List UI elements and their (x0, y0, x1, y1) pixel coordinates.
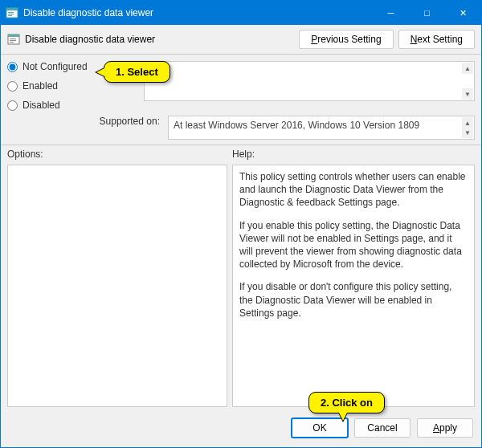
radio-disabled-input[interactable] (7, 100, 18, 111)
panes: This policy setting controls whether use… (1, 163, 481, 412)
comment-column: ▲ ▼ (144, 61, 475, 111)
policy-title: Disable diagnostic data viewer (25, 34, 294, 45)
svg-rect-3 (8, 14, 14, 14)
radio-enabled-input[interactable] (7, 81, 18, 92)
next-setting-button[interactable]: Next Setting (398, 30, 475, 49)
annotation-click-text: 2. Click on (321, 397, 373, 409)
scroll-down-icon[interactable]: ▼ (462, 88, 473, 100)
close-button[interactable]: ✕ (445, 1, 481, 25)
scroll-up-icon[interactable]: ▲ (462, 63, 473, 74)
svg-rect-4 (8, 15, 12, 16)
options-label: Options: (7, 149, 232, 160)
maximize-button[interactable]: □ (409, 1, 445, 25)
comment-textarea[interactable]: ▲ ▼ (144, 61, 475, 101)
radio-not-configured-label: Not Configured (22, 61, 88, 72)
minimize-button[interactable]: ─ (373, 1, 409, 25)
annotation-select-text: 1. Select (116, 66, 158, 78)
svg-rect-8 (10, 40, 16, 41)
previous-setting-button[interactable]: Previous Setting (299, 30, 393, 49)
supported-on-label: Supported on: (7, 116, 160, 127)
radio-not-configured-input[interactable] (7, 62, 18, 72)
gpo-policy-dialog: Disable diagnostic data viewer ─ □ ✕ Dis… (0, 0, 482, 448)
window-title: Disable diagnostic data viewer (23, 7, 373, 18)
help-paragraph: If you enable this policy setting, the D… (239, 219, 468, 271)
cancel-button[interactable]: Cancel (354, 418, 411, 438)
annotation-tail-icon (95, 67, 104, 77)
dialog-button-row: OK Cancel Apply (1, 412, 481, 447)
scroll-down-icon[interactable]: ▼ (462, 127, 473, 138)
config-row: Not Configured Enabled Disabled ▲ ▼ (1, 55, 481, 114)
help-paragraph: This policy setting controls whether use… (239, 170, 468, 210)
supported-on-value-box: At least Windows Server 2016, Windows 10… (168, 116, 475, 140)
svg-rect-9 (10, 42, 14, 43)
policy-icon (7, 33, 20, 46)
apply-button[interactable]: Apply (417, 418, 473, 438)
header-row: Disable diagnostic data viewer Previous … (1, 25, 481, 54)
options-pane (7, 165, 227, 407)
supported-on-value: At least Windows Server 2016, Windows 10… (174, 120, 419, 131)
app-icon (6, 6, 18, 19)
svg-rect-7 (10, 39, 16, 39)
radio-enabled-label: Enabled (22, 80, 58, 92)
help-text: This policy setting controls whether use… (239, 170, 468, 320)
radio-disabled-label: Disabled (22, 100, 60, 111)
help-pane: This policy setting controls whether use… (232, 165, 475, 407)
supported-on-row: Supported on: At least Windows Server 20… (1, 114, 481, 145)
annotation-tail-icon (338, 413, 348, 422)
svg-rect-2 (8, 12, 14, 13)
annotation-select: 1. Select (104, 61, 170, 83)
help-label: Help: (232, 149, 255, 160)
svg-rect-6 (8, 35, 19, 37)
titlebar: Disable diagnostic data viewer ─ □ ✕ (1, 1, 481, 25)
radio-disabled[interactable]: Disabled (7, 100, 128, 111)
panes-header: Options: Help: (1, 145, 481, 163)
svg-rect-1 (6, 8, 18, 10)
help-paragraph: If you disable or don't configure this p… (239, 280, 468, 320)
annotation-click: 2. Click on (308, 392, 385, 413)
